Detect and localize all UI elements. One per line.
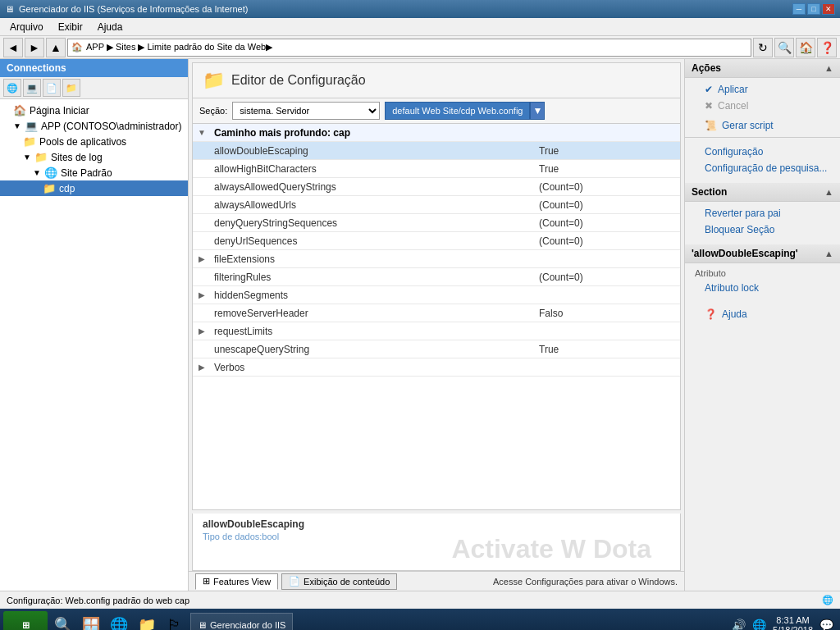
address-bar[interactable]: 🏠 APP ▶ Sites ▶ Limite padrão do Site da…: [67, 39, 751, 57]
group-header-row[interactable]: ▼ Caminho mais profundo: cap: [193, 124, 680, 142]
main-area: Connections 🌐 💻 📄 📁 🏠 Página Iniciar ▼ 💻…: [0, 59, 840, 591]
menu-ajuda[interactable]: Ajuda: [91, 20, 130, 34]
acoes-collapse-btn[interactable]: ▲: [824, 63, 833, 73]
notification-icon[interactable]: 💬: [819, 619, 833, 630]
configuracao-label: Configuração: [705, 146, 763, 158]
aplicar-icon: ✔: [705, 84, 713, 95]
row-value-11: True: [532, 342, 680, 357]
sidebar-btn-1[interactable]: 🌐: [3, 79, 21, 97]
sidebar-item-app[interactable]: ▼ 💻 APP (CONTOSO\administrador): [0, 118, 188, 134]
forward-button[interactable]: ►: [25, 38, 44, 57]
cancel-action[interactable]: ✖ Cancel: [685, 98, 840, 114]
close-button[interactable]: ✕: [822, 3, 835, 15]
row-expand-8[interactable]: ▶: [193, 290, 211, 299]
sidebar-item-sites[interactable]: ▼ 📁 Sites de log: [0, 149, 188, 165]
configuracao-action[interactable]: Configuração: [685, 144, 840, 160]
row-expand-6[interactable]: ▶: [193, 254, 211, 263]
status-text: Configuração: Web.config padrão do web c…: [7, 596, 189, 605]
sidebar-item-pools[interactable]: 📁 Pools de aplicativos: [0, 134, 188, 149]
server-icon: 💻: [25, 120, 38, 132]
table-row[interactable]: ▶ requestLimits: [193, 322, 680, 340]
row-name-7: filteringRules: [211, 270, 532, 285]
refresh-button[interactable]: ↻: [753, 38, 773, 57]
atributo-lock-action[interactable]: Atributo lock: [685, 280, 840, 296]
sidebar-item-home[interactable]: 🏠 Página Iniciar: [0, 103, 188, 118]
sidebar-btn-3[interactable]: 📄: [43, 79, 61, 97]
section-header: Section ▲: [685, 183, 840, 202]
clock[interactable]: 8:31 AM 5/18/2018: [773, 615, 813, 630]
search-button[interactable]: 🔍: [774, 38, 794, 57]
table-row[interactable]: denyQueryStringSequences (Count=0): [193, 214, 680, 232]
row-expand-12[interactable]: ▶: [193, 363, 211, 372]
table-row[interactable]: allowDoubleEscaping True: [193, 142, 680, 160]
features-view-icon: ⊞: [203, 576, 210, 587]
table-row[interactable]: alwaysAllowedQueryStrings (Count=0): [193, 178, 680, 196]
taskbar-task-icon[interactable]: 🪟: [79, 613, 103, 630]
row-value-3: (Count=0): [532, 198, 680, 212]
table-row[interactable]: allowHighBitCharacters True: [193, 160, 680, 178]
menu-exibir[interactable]: Exibir: [52, 20, 89, 34]
tray-volume[interactable]: 🔊: [732, 619, 746, 630]
sidebar-btn-2[interactable]: 💻: [23, 79, 41, 97]
section-value: default Web Site/cdp Web.config: [385, 102, 530, 120]
gerar-script-action[interactable]: 📜 Gerar script: [685, 117, 840, 134]
section-select[interactable]: sistema. Servidor: [232, 102, 380, 120]
ajuda-action[interactable]: ❓ Ajuda: [685, 306, 840, 322]
attribute-collapse-btn[interactable]: ▲: [824, 249, 833, 258]
app-title: 🖥 Gerenciador do IIS (Serviços de Inform…: [5, 4, 248, 14]
content-view-tab[interactable]: 📄 Exibição de conteúdo: [281, 573, 397, 590]
section-dropdown-btn[interactable]: ▼: [530, 102, 545, 120]
sidebar-item-sitepadrao[interactable]: ▼ 🌐 Site Padrão: [0, 165, 188, 180]
menu-arquivo[interactable]: Arquivo: [3, 20, 50, 34]
table-row[interactable]: ▶ fileExtensions: [193, 250, 680, 268]
aplicar-action[interactable]: ✔ Aplicar: [685, 81, 840, 98]
bloquear-action[interactable]: Bloquear Seção: [685, 221, 840, 238]
editor-header: 📁 Editor de Configuração: [193, 63, 680, 98]
row-value-6: [532, 258, 680, 261]
back-button[interactable]: ◄: [3, 38, 23, 57]
table-row[interactable]: removeServerHeader Falso: [193, 304, 680, 322]
editor-title: Editor de Configuração: [231, 73, 366, 88]
sidebar-btn-4[interactable]: 📁: [62, 79, 80, 97]
activate-message: Acesse Configurações para ativar o Windo…: [400, 577, 678, 587]
maximize-button[interactable]: □: [807, 3, 820, 15]
taskbar-ie-icon[interactable]: 🌐: [107, 613, 131, 630]
acoes-header: Ações ▲: [685, 59, 840, 78]
help-icon: ❓: [705, 308, 717, 320]
tray-network[interactable]: 🌐: [752, 619, 766, 630]
features-view-tab[interactable]: ⊞ Features View: [195, 573, 278, 590]
row-value-4: (Count=0): [532, 216, 680, 231]
table-row[interactable]: filteringRules (Count=0): [193, 268, 680, 286]
table-row[interactable]: ▶ hiddenSegments: [193, 286, 680, 304]
section-collapse-btn[interactable]: ▲: [824, 187, 833, 197]
row-name-12: Verbos: [211, 360, 532, 375]
reverter-label: Reverter para pai: [705, 208, 781, 219]
sidebar-item-cdp[interactable]: 📁 cdp: [0, 180, 188, 196]
row-value-2: (Count=0): [532, 180, 680, 194]
reverter-action[interactable]: Reverter para pai: [685, 205, 840, 221]
row-expand-10[interactable]: ▶: [193, 326, 211, 336]
configuracao-pesquisa-action[interactable]: Configuração de pesquisa...: [685, 160, 840, 176]
help-section: ❓ Ajuda: [685, 303, 840, 326]
minimize-button[interactable]: ─: [792, 3, 806, 15]
table-row[interactable]: ▶ Verbos: [193, 358, 680, 377]
taskbar-flag-icon[interactable]: 🏳: [162, 613, 187, 630]
home-button[interactable]: 🏠: [796, 38, 815, 57]
pools-icon: 📁: [23, 135, 36, 148]
help-button[interactable]: ❓: [817, 38, 837, 57]
group-expand[interactable]: ▼: [193, 128, 211, 137]
table-row[interactable]: unescapeQueryString True: [193, 340, 680, 358]
row-name-1: allowHighBitCharacters: [211, 162, 532, 176]
up-button[interactable]: ▲: [46, 38, 66, 57]
right-panel: Ações ▲ ✔ Aplicar ✖ Cancel 📜 Gerar scrip…: [684, 59, 840, 591]
row-name-6: fileExtensions: [211, 252, 532, 267]
expand-arrow-sitepadrao: ▼: [33, 168, 41, 177]
taskbar-explorer-icon[interactable]: 📁: [135, 613, 159, 630]
taskbar-iis-button[interactable]: 🖥 Gerenciador do IIS: [190, 613, 293, 630]
start-button[interactable]: ⊞: [3, 611, 48, 630]
table-row[interactable]: denyUrlSequences (Count=0): [193, 232, 680, 250]
taskbar-search-icon[interactable]: 🔍: [51, 613, 75, 630]
table-row[interactable]: alwaysAllowedUrls (Count=0): [193, 196, 680, 214]
acoes-content: ✔ Aplicar ✖ Cancel 📜 Gerar script Config…: [685, 78, 840, 180]
acoes-header-label: Ações: [692, 62, 721, 74]
